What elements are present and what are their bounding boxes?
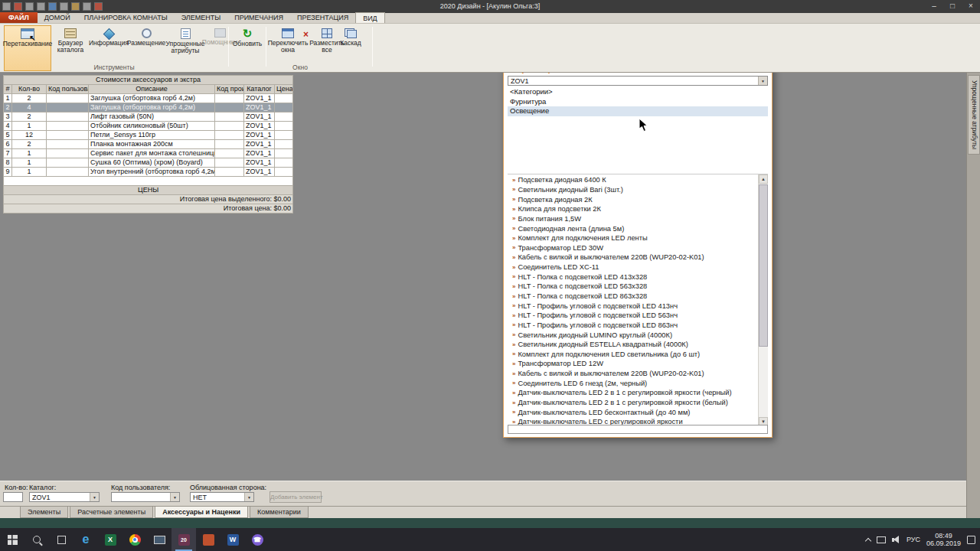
volume-icon[interactable] [892,536,900,544]
close-button[interactable]: × [962,0,980,13]
column-header[interactable]: Описание [89,85,215,94]
taskbar-app-viber[interactable]: ☎ [245,528,270,551]
notifications-icon[interactable] [967,536,975,544]
list-item[interactable]: »HLT - Полка с подсветкой LED 563х328 [508,282,758,292]
file-tab[interactable]: ФАЙЛ [0,12,38,23]
list-item[interactable]: »Светильник диодный LUMINO круглый (4000… [508,330,758,340]
ribbon-tab[interactable]: ЭЛЕМЕНТЫ [175,12,228,23]
table-row[interactable]: 81Сушка 60 (Оптима) (хром) (Boyard)ZOV1_… [4,158,293,168]
taskbar-app-screen[interactable] [147,528,172,551]
ribbon-tab[interactable]: ПРИМЕЧАНИЯ [227,12,290,23]
task-view-button[interactable] [49,528,74,551]
bottom-tab[interactable]: Аксессуары и Наценки [155,507,248,518]
table-row[interactable]: 12Заглушка (отбортовка горб 4,2м)ZOV1_1 [4,94,293,103]
bottom-tab[interactable]: Элементы [20,507,68,518]
list-item[interactable]: »Подсветка диодная 6400 К [508,175,758,185]
bottom-tab[interactable]: Расчетные элементы [70,507,153,518]
catalog-select[interactable]: ZOV1 ▼ [29,492,100,502]
table-row[interactable]: 91Угол внутренний (отбортовка горб 4,2м)… [4,168,293,177]
titlebar-icon[interactable] [48,2,57,11]
scroll-up-icon[interactable]: ▲ [759,174,768,184]
table-row[interactable]: 512Петли_Sensys 110грZOV1_1 [4,131,293,140]
list-item[interactable]: »Клипса для подсветки 2К [508,204,758,214]
list-item[interactable]: »HLT - Полка с подсветкой LED 863х328 [508,292,758,302]
table-row[interactable]: 62Планка монтажная 200смZOV1_1 [4,140,293,149]
list-item[interactable]: »HLT - Профиль угловой с подсветкой LED … [508,321,758,331]
catalog-combobox[interactable]: ZOV1 ▼ [508,76,768,86]
category-item[interactable]: Фурнитура [508,97,768,107]
ribbon-tab[interactable]: ПЛАНИРОВКА КОМНАТЫ [77,12,175,23]
language-indicator[interactable]: РУС [906,536,920,543]
titlebar-icon[interactable] [37,2,45,11]
ribbon-tab[interactable]: ВИД [355,12,385,23]
quantity-input[interactable] [3,492,23,502]
bottom-tab[interactable]: Комментарии [250,507,309,518]
chevron-down-icon[interactable]: ▼ [170,493,179,501]
chevron-up-icon[interactable] [865,537,871,543]
search-button[interactable] [24,528,49,551]
list-item[interactable]: »Датчик-выключатель LED 2 в 1 с регулиро… [508,388,758,398]
titlebar-icon[interactable] [25,2,34,11]
list-item[interactable]: »Блок питания 1,5W [508,214,758,224]
user-code-select[interactable]: ▼ [111,492,180,502]
dialog-text-field[interactable] [508,425,768,434]
clock[interactable]: 08:49 06.09.2019 [926,532,961,547]
taskbar-app-browser[interactable]: e [74,528,98,551]
column-header[interactable]: Код пользователя [47,85,89,94]
titlebar-icon[interactable] [71,2,80,11]
chevron-down-icon[interactable]: ▼ [758,77,767,85]
column-header[interactable]: # [4,85,12,94]
list-item[interactable]: »Соединитель LED XC-11 [508,262,758,272]
list-item[interactable]: »Кабель с вилкой и выключателем 220В (WU… [508,253,758,262]
ribbon-tab[interactable]: ДОМОЙ [38,12,77,23]
list-item[interactable]: »Датчик-выключатель LED 2 в 1 с регулиро… [508,398,758,408]
taskbar-app-excel[interactable]: X [98,528,122,551]
list-item[interactable]: »Комплект для подключения LED светильник… [508,350,758,360]
taskbar-app[interactable] [196,528,220,551]
taskbar-app-chrome[interactable] [122,528,147,551]
add-element-button[interactable]: Добавить элемент [270,491,322,503]
start-button[interactable] [0,528,24,551]
column-header[interactable]: Код произв [215,85,244,94]
list-item[interactable]: »Трансформатор LED 12W [508,359,758,369]
list-item[interactable]: »HLT - Профиль угловой с подсветкой LED … [508,311,758,321]
titlebar-icon[interactable] [94,2,103,11]
table-row[interactable]: 41Отбойник силиконовый (50шт)ZOV1_1 [4,122,293,131]
list-item[interactable]: »Светильник диодный Bari (3шт.) [508,185,758,195]
category-item[interactable]: <Категории> [508,87,768,97]
column-header[interactable]: Каталог [244,85,275,94]
list-item[interactable]: »Трансформатор LED 30W [508,243,758,253]
scrollbar-thumb[interactable] [759,184,768,347]
maximize-button[interactable]: □ [943,0,962,13]
list-item[interactable]: »Комплект для подключения LED ленты [508,233,758,243]
titlebar-icon[interactable] [60,2,68,11]
scrollbar[interactable]: ▲ ▼ [758,174,768,426]
column-header[interactable]: Цена [275,85,293,94]
table-row[interactable]: 71Сервис пакет для монтажа столешницыZOV… [4,149,293,158]
table-row[interactable]: 32Лифт газовый (50N)ZOV1_1 [4,112,293,122]
list-item[interactable]: »Соединитель LED 6 гнезд (2м, черный) [508,378,758,388]
list-item[interactable]: »HLT - Профиль угловой с подсветкой LED … [508,301,758,311]
list-item[interactable]: »HLT - Полка с подсветкой LED 413х328 [508,272,758,282]
titlebar-icon[interactable] [2,2,11,11]
titlebar-icon[interactable] [14,2,22,11]
list-item[interactable]: »Кабель с вилкой и выключателем 220В (WU… [508,369,758,379]
simple-attributes-panel-tab[interactable]: Упрощенные атрибуты [968,75,980,155]
chevron-down-icon[interactable]: ▼ [90,493,99,501]
veneer-side-select[interactable]: НЕТ ▼ [190,492,254,502]
category-item[interactable]: Освещение [508,106,768,116]
close-window-button[interactable]: × [303,30,309,39]
column-header[interactable]: Кол-во [12,85,47,94]
list-item[interactable]: »Светодиодная лента (длина 5м) [508,223,758,233]
minimize-button[interactable]: – [925,0,943,13]
list-item[interactable]: »Подсветка диодная 2К [508,194,758,204]
ribbon-tab[interactable]: ПРЕЗЕНТАЦИЯ [290,12,355,23]
network-icon[interactable] [877,536,886,543]
taskbar-app-2020-design[interactable]: 20 [172,528,196,551]
list-item[interactable]: »Светильник диодный ESTELLA квадратный (… [508,340,758,350]
table-row[interactable]: 24Заглушка (отбортовка горб 4,2м)ZOV1_1 [4,103,293,112]
taskbar-app-word[interactable]: W [220,528,245,551]
titlebar-icon[interactable] [83,2,91,11]
list-item[interactable]: »Датчик-выключатель LED бесконтактный (д… [508,407,758,417]
chevron-down-icon[interactable]: ▼ [244,493,253,501]
